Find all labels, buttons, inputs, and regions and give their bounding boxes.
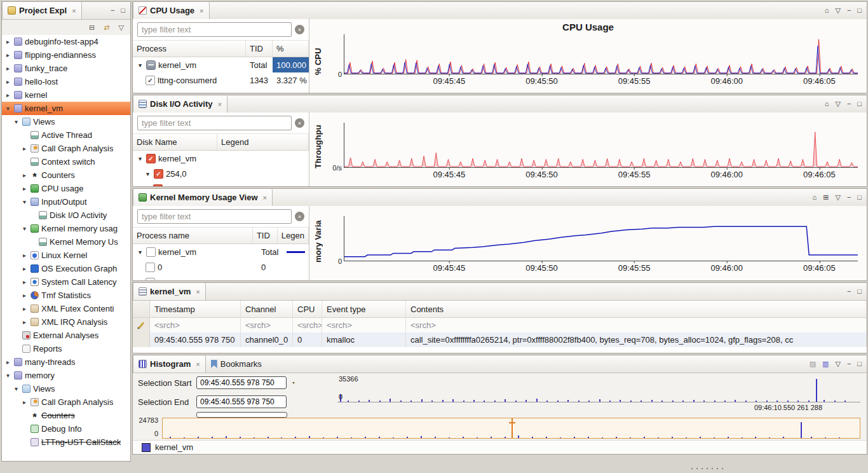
close-icon[interactable]: × — [218, 100, 222, 108]
memory-usage-plot[interactable]: 0 — [344, 216, 858, 261]
minimize-icon[interactable]: − — [111, 7, 114, 14]
tree-item[interactable]: ▸CPU usage — [2, 182, 130, 195]
expand-arrow-icon[interactable]: ▸ — [4, 65, 11, 72]
view-menu-icon[interactable]: ▽ — [835, 194, 840, 201]
tree-item[interactable]: ▸hello-lost — [2, 75, 130, 88]
tree-item[interactable]: Active Thread — [2, 128, 130, 142]
column-header-legend[interactable]: Legend — [217, 134, 309, 150]
close-icon[interactable]: × — [263, 194, 267, 202]
expand-arrow-icon[interactable]: ▸ — [21, 305, 28, 312]
events-table-row[interactable]: 09:45:40.555 978 750 channel0_0 0 kmallo… — [133, 332, 867, 347]
tree-item[interactable]: External Analyses — [2, 329, 130, 342]
tree-item[interactable]: Counters — [2, 409, 130, 422]
tree-item[interactable]: Reports — [2, 342, 130, 355]
expand-arrow-icon[interactable]: ▸ — [21, 319, 28, 326]
tab-bookmarks[interactable]: Bookmarks — [206, 355, 267, 373]
tree-item[interactable]: ▸XML IRQ Analysis — [2, 315, 130, 329]
row-checkbox[interactable] — [146, 247, 156, 257]
clear-filter-icon[interactable]: × — [295, 25, 304, 34]
expand-arrow-icon[interactable]: ▸ — [21, 292, 28, 299]
collapse-arrow-icon[interactable]: ▾ — [21, 198, 28, 205]
tab-events-kernel-vm[interactable]: kernel_vm × — [133, 283, 206, 300]
expand-arrow-icon[interactable]: ▸ — [21, 278, 28, 285]
minimize-icon[interactable]: − — [847, 194, 851, 201]
table-row[interactable]: 0 0 — [133, 259, 309, 275]
table-row[interactable]: ▾ 254,0 — [133, 166, 309, 181]
maximize-icon[interactable]: □ — [857, 7, 862, 14]
expand-arrow-icon[interactable]: ▸ — [21, 172, 28, 179]
maximize-icon[interactable]: □ — [857, 360, 862, 367]
tree-item[interactable]: ▸XML Futex Contenti — [2, 302, 130, 315]
home-icon[interactable]: ⌂ — [813, 194, 817, 201]
collapse-arrow-icon[interactable]: ▾ — [137, 62, 144, 69]
filter-input[interactable] — [137, 209, 292, 224]
column-header-process-name[interactable]: Process name — [133, 228, 253, 243]
activate-trace-histogram-icon[interactable]: ▥ — [822, 360, 829, 367]
expand-arrow-icon[interactable]: ▸ — [4, 359, 11, 366]
tree-item[interactable]: ▸Linux Kernel — [2, 249, 130, 262]
collapse-arrow-icon[interactable]: ▾ — [144, 170, 151, 177]
clear-filter-icon[interactable]: × — [295, 212, 304, 221]
disk-io-plot[interactable]: 0/s — [344, 123, 858, 168]
link-with-editor-icon[interactable]: ⇄ — [104, 24, 109, 31]
maximize-icon[interactable]: □ — [857, 194, 862, 201]
histogram-time-range-plot[interactable] — [337, 376, 860, 402]
expand-arrow-icon[interactable]: ▸ — [21, 185, 28, 192]
hide-lost-events-icon[interactable]: ▨ — [810, 360, 816, 367]
column-header-contents[interactable]: Contents — [406, 301, 867, 317]
search-event-type[interactable]: <srch> — [322, 318, 406, 332]
column-header-channel[interactable]: Channel — [241, 301, 293, 317]
resize-grip[interactable] — [689, 467, 725, 470]
row-checkbox[interactable] — [146, 278, 155, 281]
search-contents[interactable]: <srch> — [406, 318, 867, 332]
tree-item[interactable]: ▸Call Graph Analysis — [2, 395, 130, 409]
column-header-timestamp[interactable]: Timestamp — [150, 301, 241, 317]
column-header-percent[interactable]: % — [273, 41, 309, 57]
minimize-icon[interactable]: − — [847, 100, 851, 107]
column-header-process[interactable]: Process — [133, 41, 246, 57]
selection-end-input[interactable] — [196, 395, 287, 408]
table-row[interactable]: lttng-consumerd 1343 3.327 % — [133, 72, 309, 88]
home-icon[interactable]: ⌂ — [825, 100, 829, 107]
tree-item[interactable]: ▾kernel_vm — [2, 102, 130, 115]
view-menu-icon[interactable]: ▽ — [835, 100, 840, 107]
tree-item[interactable]: ▾memory — [2, 369, 130, 382]
search-cpu[interactable]: <srch> — [293, 318, 322, 332]
maximize-icon[interactable]: □ — [857, 100, 862, 107]
tree-item[interactable]: ▾Kernel memory usag — [2, 222, 130, 235]
filter-input[interactable] — [137, 116, 292, 130]
close-icon[interactable]: × — [196, 360, 200, 368]
tree-item[interactable]: ▸OS Execution Graph — [2, 262, 130, 275]
tree-item[interactable]: ▸Call Graph Analysis — [2, 142, 130, 155]
column-header-tid[interactable]: TID — [246, 41, 273, 57]
selection-marker[interactable] — [512, 418, 513, 438]
column-header-event-type[interactable]: Event type — [322, 301, 406, 317]
tree-item[interactable]: ▸flipping-endianness — [2, 48, 130, 62]
tree-item[interactable]: Disk I/O Activity — [2, 209, 130, 222]
view-menu-icon[interactable]: ▽ — [835, 360, 840, 367]
collapse-arrow-icon[interactable]: ▾ — [4, 105, 11, 112]
tab-histogram[interactable]: Histogram × — [133, 355, 206, 373]
table-row[interactable] — [133, 181, 309, 186]
row-checkbox[interactable] — [154, 169, 163, 179]
minimize-icon[interactable]: − — [847, 288, 851, 295]
column-header-tid[interactable]: TID — [253, 228, 278, 243]
tree-item[interactable]: ▸funky_trace — [2, 62, 130, 75]
maximize-icon[interactable]: □ — [857, 288, 862, 295]
expand-arrow-icon[interactable]: ▸ — [21, 265, 28, 272]
tree-item[interactable]: Context switch — [2, 155, 130, 168]
tree-item[interactable]: ▾Views — [2, 382, 130, 395]
tree-item[interactable]: ▸System Call Latency — [2, 275, 130, 289]
clear-filter-icon[interactable]: × — [295, 118, 304, 128]
percent-value[interactable]: 100.000 — [273, 57, 309, 72]
expand-arrow-icon[interactable]: ▸ — [4, 38, 11, 45]
tree-item[interactable]: LTTng-UST CallStack — [2, 435, 130, 449]
expand-arrow-icon[interactable]: ▸ — [21, 399, 28, 406]
column-header-disk-name[interactable]: Disk Name — [133, 134, 217, 150]
pin-view-icon[interactable]: ⊞ — [823, 194, 829, 201]
collapse-arrow-icon[interactable]: ▾ — [21, 225, 28, 232]
cpu-usage-plot[interactable]: 0 — [344, 34, 858, 74]
tree-item[interactable]: Kernel Memory Us — [2, 235, 130, 249]
tab-project-explorer[interactable]: Project Expl × — [2, 2, 82, 19]
events-search-row[interactable]: <srch> <srch> <srch> <srch> <srch> — [133, 318, 867, 332]
